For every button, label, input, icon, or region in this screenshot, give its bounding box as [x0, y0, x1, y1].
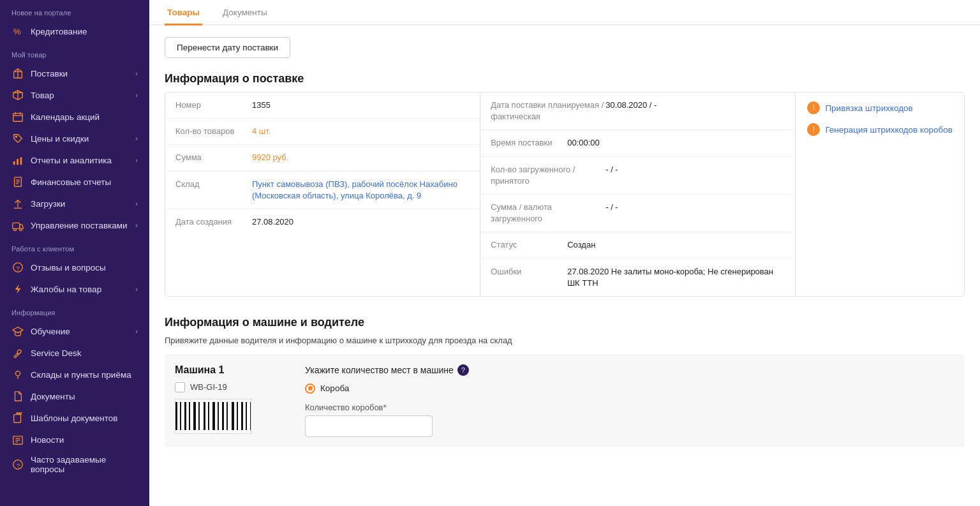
info-label: Время поставки — [491, 137, 567, 149]
chevron-right-icon: › — [135, 135, 138, 142]
barcode-gen-link-label: Генерация штрихкодов коробов — [825, 125, 953, 135]
info-value: 30.08.2020 / - — [605, 100, 785, 123]
chevron-right-icon: › — [135, 221, 138, 229]
sidebar-item-prices[interactable]: Цены и скидки › — [0, 128, 149, 149]
sidebar-item-tovar[interactable]: Товар › — [0, 84, 149, 106]
sidebar-item-label: Поставки — [31, 69, 129, 78]
sidebar-item-warehouses[interactable]: Склады и пункты приёма — [0, 364, 149, 385]
box-icon — [11, 67, 24, 80]
sidebar-item-label: Кредитование — [31, 27, 138, 36]
upload-icon — [11, 197, 24, 210]
sidebar-item-label: Цены и скидки — [31, 134, 129, 144]
sidebar-item-upload[interactable]: Загрузки › — [0, 193, 149, 214]
machine-form-title-text: Укажите количество мест в машине — [305, 365, 454, 375]
sidebar-item-label: Склады и пункты приёма — [31, 370, 138, 380]
sidebar-item-label: Шаблоны документов — [31, 413, 138, 423]
info-label: Дата создания — [175, 216, 252, 228]
info-value: Пункт самовывоза (ПВЗ), рабочий посёлок … — [252, 179, 470, 202]
machine-form-title: Укажите количество мест в машине ? — [305, 364, 954, 376]
sidebar-section-label: Мой товар — [0, 42, 149, 63]
machine-form: Укажите количество мест в машине ? Короб… — [305, 364, 954, 437]
machine-barcode-label: WB-GI-19 — [190, 382, 227, 392]
info-label: Кол-во товаров — [175, 126, 252, 137]
sidebar-item-label: Календарь акций — [31, 112, 138, 122]
sidebar-item-finance[interactable]: Финансовые отчеты — [0, 171, 149, 193]
tag-icon — [11, 132, 24, 145]
sidebar-item-postavki[interactable]: Поставки › — [0, 63, 149, 84]
barcode-link-label: Привязка штрихкодов — [825, 103, 912, 113]
help-icon[interactable]: ? — [457, 364, 469, 376]
sidebar-item-education[interactable]: Обучение › — [0, 320, 149, 342]
tab-goods[interactable]: Товары — [165, 0, 202, 26]
delivery-info-header: Информация о поставке — [149, 64, 980, 92]
chevron-right-icon: › — [135, 200, 138, 207]
delivery-info-table: Номер 1355 Кол-во товаров 4 шт. Сумма 99… — [165, 92, 965, 297]
sidebar-item-templates[interactable]: Шаблоны документов — [0, 407, 149, 429]
doc-icon — [11, 175, 24, 188]
sidebar-item-manage[interactable]: Управление поставками › — [0, 214, 149, 236]
sidebar-section-new: Новое на портале % Кредитование — [0, 0, 149, 42]
svg-rect-28 — [14, 415, 21, 423]
sidebar-item-faq[interactable]: ? Часто задаваемые вопросы — [0, 450, 149, 479]
machine-checkbox-row: WB-GI-19 — [175, 382, 290, 392]
sidebar-item-docs[interactable]: Документы — [0, 385, 149, 407]
sidebar-item-label: Финансовые отчеты — [31, 177, 138, 187]
sidebar-section-info: Информация Обучение › Service Desk Склад… — [0, 300, 149, 479]
sidebar-item-reports[interactable]: Отчеты и аналитика › — [0, 149, 149, 171]
tab-documents[interactable]: Документы — [220, 0, 270, 26]
barcode-icon: ! — [807, 101, 820, 114]
barcode-gen-link[interactable]: ! Генерация штрихкодов коробов — [807, 123, 953, 136]
info-value: 9920 руб. — [252, 152, 470, 163]
info-value: 1355 — [252, 100, 470, 111]
info-row-warehouse: Склад Пункт самовывоза (ПВЗ), рабочий по… — [165, 172, 480, 209]
sidebar-section-label: Информация — [0, 300, 149, 320]
sidebar-item-krediting[interactable]: % Кредитование — [0, 20, 149, 42]
info-value: 27.08.2020 — [252, 216, 470, 228]
info-label: Кол-во загруженного / принятого — [491, 164, 605, 187]
radio-boxes[interactable] — [305, 383, 315, 394]
sidebar-item-complaints[interactable]: Жалобы на товар › — [0, 278, 149, 300]
svg-marker-25 — [15, 285, 21, 294]
barcode-link[interactable]: ! Привязка штрихкодов — [807, 101, 953, 114]
svg-text:?: ? — [17, 462, 20, 469]
machine-info-header: Информация о машине и водителе — [149, 308, 980, 336]
info-row-qty: Кол-во товаров 4 шт. — [165, 119, 480, 145]
info-label: Сумма / валюта загруженного — [491, 202, 605, 225]
sidebar-item-label: Документы — [31, 392, 138, 401]
info-label: Номер — [175, 100, 252, 111]
sidebar: Новое на портале % Кредитование Мой това… — [0, 0, 149, 506]
info-value: Создан — [567, 239, 785, 251]
machine-checkbox[interactable] — [175, 382, 185, 392]
barcode-image — [175, 399, 251, 434]
sidebar-item-news[interactable]: Новости — [0, 429, 149, 450]
chevron-right-icon: › — [135, 327, 138, 335]
sidebar-item-servicedesk[interactable]: Service Desk — [0, 342, 149, 364]
machine-info-subtitle: Привяжите данные водителя и информацию о… — [149, 336, 980, 354]
chevron-right-icon: › — [135, 91, 138, 99]
sidebar-item-label: Отзывы и вопросы — [31, 263, 138, 272]
file-icon — [11, 390, 24, 403]
truck-icon — [11, 219, 24, 232]
svg-point-22 — [20, 228, 22, 231]
svg-rect-11 — [13, 161, 15, 165]
svg-rect-6 — [13, 114, 22, 122]
info-label: Ошибки — [491, 266, 567, 289]
quantity-input[interactable] — [305, 415, 433, 437]
sidebar-item-reviews[interactable]: ? Отзывы и вопросы — [0, 257, 149, 278]
transfer-date-button[interactable]: Перенести дату поставки — [165, 37, 290, 58]
sidebar-section-my-goods: Мой товар Поставки › Товар › Календарь а… — [0, 42, 149, 236]
filestack-icon — [11, 412, 24, 424]
info-value: 4 шт. — [252, 126, 470, 137]
info-row-time: Время поставки 00:00:00 — [480, 130, 795, 156]
info-row-created: Дата создания 27.08.2020 — [165, 209, 480, 235]
sidebar-item-label: Обучение — [31, 327, 129, 336]
chart-icon — [11, 154, 24, 167]
wrench-icon — [11, 346, 24, 359]
chat-icon: ? — [11, 261, 24, 274]
chevron-right-icon: › — [135, 156, 138, 164]
machine-card: Машина 1 WB-GI-19 — [165, 354, 965, 447]
info-row-date-planned: Дата поставки планируемая / фактическая … — [480, 93, 795, 130]
transfer-date-section: Перенести дату поставки — [149, 26, 980, 64]
info-row-number: Номер 1355 — [165, 93, 480, 119]
sidebar-item-calendar[interactable]: Календарь акций — [0, 106, 149, 128]
